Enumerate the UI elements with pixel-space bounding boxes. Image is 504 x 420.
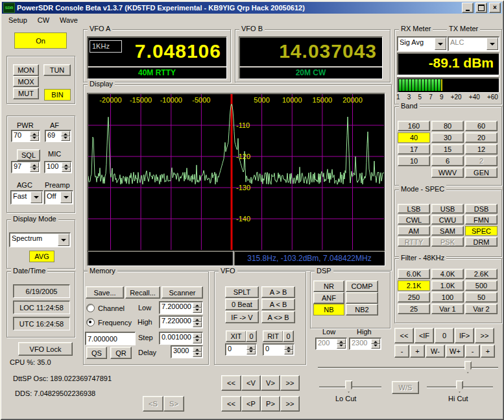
comp-button[interactable]: COMP	[346, 280, 378, 292]
filter-shift-left-fast-button[interactable]: <<	[394, 328, 414, 343]
band-gen-button[interactable]: GEN	[465, 167, 498, 178]
filter-6-0k-button[interactable]: 6.0K	[398, 269, 430, 279]
mode-drm-button[interactable]: DRM	[465, 237, 498, 247]
filter-100-button[interactable]: 100	[431, 292, 464, 303]
memory-recall-button[interactable]: Recall...	[125, 286, 160, 299]
a-swap-b-button[interactable]: A <> B	[261, 311, 295, 323]
zero-beat-button[interactable]: 0 Beat	[225, 299, 259, 310]
dsp-high-arrows[interactable]	[371, 339, 380, 349]
xit-spinner[interactable]: 0	[225, 343, 257, 356]
bin-button[interactable]: BIN	[44, 89, 71, 101]
agc-dropdown-arrow[interactable]	[30, 191, 42, 203]
vfo-a-display[interactable]: 1KHz 7.048106 40M RTTY	[87, 36, 227, 79]
split-button[interactable]: SPLT	[225, 286, 259, 298]
memory-step-value[interactable]: 0.001000	[160, 332, 192, 344]
filter-25-button[interactable]: 25	[398, 304, 430, 314]
band-60-button[interactable]: 60	[465, 121, 498, 131]
mode-fmn-button[interactable]: FMN	[465, 215, 498, 225]
radio-dot[interactable]	[86, 304, 95, 312]
vfo-lock-button[interactable]: VFO Lock	[18, 342, 73, 356]
mode-sam-button[interactable]: SAM	[431, 226, 464, 236]
band-10-button[interactable]: 10	[398, 156, 430, 166]
hi-cut-slider-thumb[interactable]	[456, 380, 463, 393]
filter-2-6k-button[interactable]: 2.6K	[465, 269, 498, 279]
mode-usb-button[interactable]: USB	[431, 204, 464, 214]
memory-scanner-button[interactable]: Scanner	[162, 286, 203, 299]
mic-spinner-arrows[interactable]	[62, 162, 71, 172]
agc-dropdown[interactable]: Fast	[10, 190, 43, 204]
memory-frequency-input[interactable]: 7.000000	[85, 332, 136, 345]
filter-shift-slider[interactable]	[318, 361, 498, 374]
filter-minus2-button[interactable]: -	[465, 345, 480, 358]
nav-fast-down-button[interactable]: <<	[221, 375, 241, 391]
sql-value[interactable]: 97	[12, 162, 29, 173]
memory-low-spinner[interactable]: 7.200000	[159, 301, 203, 314]
dsp-low-value[interactable]: 200	[316, 338, 336, 349]
shift-slider-thumb[interactable]	[464, 361, 472, 373]
nav-vfo-up-button[interactable]: V>	[261, 375, 280, 391]
mode-cwu-button[interactable]: CWU	[431, 215, 464, 225]
dsp-high-value[interactable]: 2300	[350, 338, 370, 349]
vfo-b-frequency[interactable]: 14.037043	[239, 37, 382, 64]
af-spinner[interactable]: 69	[45, 130, 71, 142]
dsp-high-spinner[interactable]: 2300	[349, 338, 381, 350]
mic-spinner[interactable]: 100	[44, 161, 72, 173]
rit-spinner[interactable]: 0	[263, 343, 294, 356]
nav-vfo-down-button[interactable]: <V	[241, 375, 261, 391]
rx-meter-dropdown[interactable]: Sig Avg	[397, 36, 448, 51]
memory-delay-spinner[interactable]: 3000	[171, 345, 203, 358]
nav-page-up-button[interactable]: P>	[261, 396, 280, 412]
title-bar[interactable]: SDR PowerSDR Console Beta v1.3.7 (KD5TFD…	[2, 2, 502, 14]
dsp-blank-button[interactable]	[346, 292, 378, 304]
band-17-button[interactable]: 17	[398, 144, 430, 154]
nr-button[interactable]: NR	[313, 280, 344, 292]
display-mode-dropdown[interactable]: Spectrum	[9, 232, 71, 247]
sql-button[interactable]: SQL	[17, 149, 40, 161]
mon-button[interactable]: MON	[13, 64, 39, 76]
pwr-value[interactable]: 70	[12, 130, 29, 142]
lo-cut-slider[interactable]	[319, 380, 381, 393]
filter-shift-if-left-button[interactable]: <IF	[414, 328, 434, 343]
band-160-button[interactable]: 160	[398, 121, 430, 131]
band-wwv-button[interactable]: WWV	[431, 167, 464, 178]
b-to-a-button[interactable]: A < B	[261, 299, 295, 310]
power-on-button[interactable]: On	[14, 32, 67, 49]
pwr-spinner[interactable]: 70	[11, 130, 40, 142]
memory-frequency-radio[interactable]: Frequency	[86, 318, 132, 327]
memory-qr-button[interactable]: QR	[110, 347, 132, 359]
filter-2-1k-button[interactable]: 2.1K	[398, 280, 430, 291]
tun-button[interactable]: TUN	[43, 64, 71, 76]
rx-meter-dropdown-arrow[interactable]	[435, 38, 446, 50]
mode-am-button[interactable]: AM	[398, 226, 430, 236]
preamp-dropdown-arrow[interactable]	[60, 191, 72, 203]
radio-dot[interactable]	[86, 318, 95, 327]
band-30-button[interactable]: 30	[431, 132, 464, 143]
avg-button[interactable]: AVG	[29, 251, 54, 262]
nav-fast-up-button[interactable]: >>	[280, 375, 300, 391]
nb2-button[interactable]: NB2	[346, 304, 378, 315]
vfo-a-frequency[interactable]: 7.048106	[88, 37, 226, 64]
filter-width-minus-button[interactable]: W-	[426, 345, 445, 358]
band-40-button[interactable]: 40	[398, 132, 430, 143]
mode-spec-button[interactable]: SPEC	[465, 226, 498, 236]
close-button[interactable]: ×	[489, 3, 501, 13]
hi-cut-slider[interactable]	[427, 380, 493, 393]
rit-value[interactable]: 0	[263, 344, 283, 355]
tx-meter-dropdown[interactable]: ALC	[448, 36, 499, 51]
mic-value[interactable]: 100	[45, 162, 61, 173]
mut-button[interactable]: MUT	[13, 88, 39, 99]
filter-4-0k-button[interactable]: 4.0K	[431, 269, 464, 279]
xit-zero-button[interactable]: 0	[246, 330, 257, 342]
rit-button[interactable]: RIT	[263, 330, 283, 342]
menu-setup[interactable]: Setup	[3, 15, 32, 25]
preamp-dropdown[interactable]: Off	[44, 190, 73, 204]
nav-page-down-button[interactable]: <P	[241, 396, 261, 412]
filter-shift-if-right-button[interactable]: IF>	[455, 328, 474, 343]
lo-cut-slider-thumb[interactable]	[345, 380, 352, 393]
spectrum-panel[interactable]: -20000-15000-10000-500050001000015000200…	[87, 93, 385, 251]
sql-spinner-arrows[interactable]	[30, 162, 39, 172]
filter-50-button[interactable]: 50	[465, 292, 498, 303]
dsp-low-arrows[interactable]	[337, 339, 346, 349]
memory-low-value[interactable]: 7.200000	[160, 302, 192, 314]
filter-var-2-button[interactable]: Var 2	[465, 304, 498, 314]
